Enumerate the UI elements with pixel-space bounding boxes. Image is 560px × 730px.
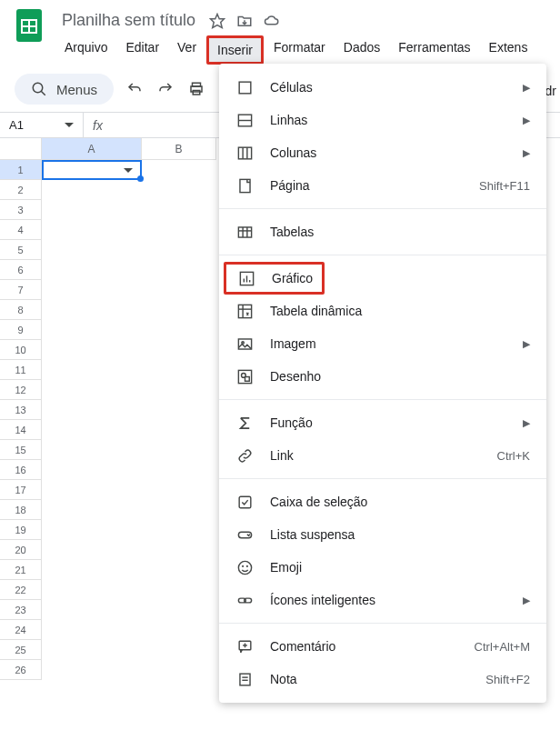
row-header[interactable]: 19 [0,520,42,540]
row-header[interactable]: 22 [0,580,42,600]
submenu-arrow-icon: ▶ [523,147,530,159]
menu-item-coment-rio[interactable]: ComentárioCtrl+Alt+M [219,630,546,663]
doc-title[interactable]: Planilha sem título [58,9,199,32]
cells-icon [235,78,254,96]
sigma-icon [235,414,254,432]
row-header[interactable]: 15 [0,440,42,460]
undo-button[interactable] [125,79,145,99]
pivot-icon [235,302,254,320]
svg-rect-16 [239,179,249,192]
menu-item-lista-suspensa[interactable]: Lista suspensa [219,518,546,551]
check-icon [235,493,254,511]
print-button[interactable] [186,79,206,99]
column-header-b[interactable]: B [142,138,216,160]
svg-rect-10 [239,82,251,94]
row-header[interactable]: 14 [0,420,42,440]
menu-item-c-lulas[interactable]: Células▶ [219,71,546,104]
row-header[interactable]: 6 [0,260,42,280]
menu-item-caixa-de-sele-o[interactable]: Caixa de seleção [219,485,546,518]
svg-rect-13 [238,147,251,159]
row-header[interactable]: 8 [0,300,42,320]
row-header[interactable]: 13 [0,400,42,420]
row-header[interactable]: 24 [0,620,42,640]
row-header[interactable]: 21 [0,560,42,580]
row-header[interactable]: 1 [0,160,42,180]
menu-extens[interactable]: Extens [481,35,536,65]
menu-item-tabelas[interactable]: Tabelas [219,215,546,248]
shortcut-label: Ctrl+Alt+M [475,640,530,654]
row-header[interactable]: 7 [0,280,42,300]
row-header[interactable]: 25 [0,640,42,660]
row-header[interactable]: 12 [0,380,42,400]
menu-item-tabela-din-mica[interactable]: Tabela dinâmica [219,295,546,327]
star-icon[interactable] [208,12,226,30]
active-cell[interactable] [42,160,142,180]
chart-icon [237,269,255,287]
menu-item-label: Página [270,178,463,193]
svg-point-37 [246,565,247,566]
row-header[interactable]: 17 [0,480,42,500]
menu-ver[interactable]: Ver [169,35,205,65]
row-header[interactable]: 3 [0,200,42,220]
menu-item-label: Caixa de seleção [270,495,530,509]
menu-separator [219,623,546,624]
menu-item-imagem[interactable]: Imagem▶ [219,327,546,360]
menu-item--cones-inteligentes[interactable]: Ícones inteligentes▶ [219,584,546,616]
svg-line-6 [41,91,45,95]
dropdown-icon [235,525,254,544]
menu-item-link[interactable]: LinkCtrl+K [219,439,546,472]
menu-ferramentas[interactable]: Ferramentas [390,35,478,65]
insert-menu-dropdown: Células▶Linhas▶Colunas▶PáginaShift+F11Ta… [219,64,546,703]
row-header[interactable]: 9 [0,320,42,340]
fx-label[interactable]: fx [84,118,112,133]
row-header[interactable]: 26 [0,660,42,680]
row-header[interactable]: 16 [0,460,42,480]
cloud-status-icon[interactable] [263,12,281,30]
row-header[interactable]: 5 [0,240,42,260]
table-icon [235,223,254,241]
row-header[interactable]: 20 [0,540,42,560]
svg-marker-4 [211,14,225,27]
smart-icon [235,591,254,609]
menu-item-label: Emoji [270,560,530,575]
submenu-arrow-icon: ▶ [523,115,530,126]
menus-search-pill[interactable]: Menus [15,74,114,105]
menu-item-label: Nota [270,672,469,686]
chevron-down-icon [65,123,74,127]
menu-formatar[interactable]: Formatar [265,35,334,65]
menu-editar[interactable]: Editar [117,35,167,65]
submenu-arrow-icon: ▶ [523,338,530,350]
row-header[interactable]: 11 [0,360,42,380]
cell-reference-box[interactable]: A1 [0,113,84,137]
row-header[interactable]: 2 [0,180,42,200]
menu-item-linhas[interactable]: Linhas▶ [219,104,546,136]
menu-item-fun-o[interactable]: Função▶ [219,406,546,439]
select-all-corner[interactable] [0,138,42,160]
svg-rect-17 [238,226,251,236]
menu-inserir[interactable]: Inserir [206,35,264,65]
column-header-a[interactable]: A [42,138,142,160]
menu-item-emoji[interactable]: Emoji [219,551,546,584]
redo-button[interactable] [155,79,175,99]
menu-item-label: Linhas [270,113,499,127]
menu-item-gr-fico[interactable]: Gráfico [219,262,546,295]
menu-separator [219,255,546,255]
menu-item-colunas[interactable]: Colunas▶ [219,136,546,169]
row-header[interactable]: 10 [0,340,42,360]
menu-item-desenho[interactable]: Desenho [219,360,546,393]
menu-separator [219,208,546,209]
menu-arquivo[interactable]: Arquivo [56,35,115,65]
menu-item-label: Comentário [270,639,458,654]
row-header[interactable]: 23 [0,600,42,620]
menu-item-nota[interactable]: NotaShift+F2 [219,663,546,695]
link-icon [235,446,254,465]
row-header[interactable]: 4 [0,220,42,240]
menu-dados[interactable]: Dados [335,35,388,65]
search-icon [31,81,47,97]
move-folder-icon[interactable] [235,12,254,30]
menu-item-p-gina[interactable]: PáginaShift+F11 [219,169,546,202]
sheets-logo[interactable] [11,7,47,44]
note-icon [235,670,254,688]
shortcut-label: Shift+F11 [479,179,530,193]
row-header[interactable]: 18 [0,500,42,520]
